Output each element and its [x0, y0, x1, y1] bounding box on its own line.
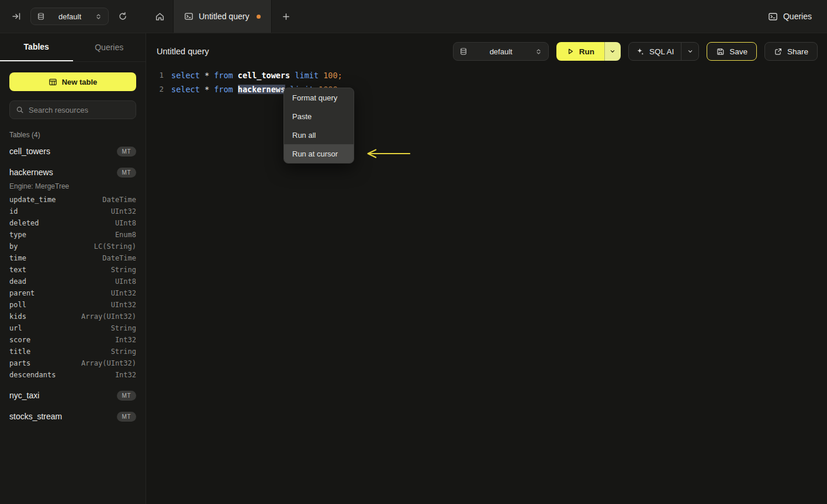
column-name: descendants — [9, 369, 56, 381]
menu-item-format-query[interactable]: Format query — [284, 88, 354, 107]
column-row: textString — [0, 264, 146, 276]
editor-database-selector[interactable]: default — [453, 42, 549, 61]
tab-label: Untitled query — [199, 12, 249, 21]
table-item-stocks_stream[interactable]: stocks_streamMT — [0, 406, 146, 426]
menu-item-run-at-cursor[interactable]: Run at cursor — [284, 144, 354, 163]
sidebar: Tables Queries New table Tables (4) cell… — [0, 33, 146, 504]
column-row: titleString — [0, 346, 146, 357]
column-name: parts — [9, 357, 30, 369]
share-icon — [774, 47, 783, 56]
menu-item-run-all[interactable]: Run all — [284, 126, 354, 144]
column-name: deleted — [9, 217, 39, 229]
sidebar-tab-tables[interactable]: Tables — [0, 33, 73, 61]
table-name: stocks_stream — [9, 412, 62, 421]
code-text: select * from cell_towers limit 100; — [164, 68, 342, 82]
save-button[interactable]: Save — [707, 42, 757, 61]
column-type: UInt8 — [115, 217, 136, 229]
column-type: Array(UInt32) — [81, 357, 136, 369]
column-name: dead — [9, 276, 26, 287]
new-table-button[interactable]: New table — [9, 72, 136, 91]
search-box[interactable] — [9, 100, 136, 119]
table-item-nyc_taxi[interactable]: nyc_taxiMT — [0, 385, 146, 405]
column-row: urlString — [0, 322, 146, 334]
search-icon — [16, 106, 24, 114]
code-line[interactable]: 2select * from hackernews limit 1000 — [146, 82, 827, 96]
context-menu: Format queryPasteRun allRun at cursor — [283, 88, 354, 164]
home-icon — [155, 12, 165, 22]
column-row: parentUInt32 — [0, 287, 146, 299]
menu-item-paste[interactable]: Paste — [284, 107, 354, 126]
tabstrip: Untitled query — [146, 0, 300, 33]
sql-ai-button[interactable]: SQL AI — [629, 43, 681, 60]
engine-badge: MT — [117, 412, 136, 422]
chevron-down-icon — [609, 48, 616, 55]
home-button[interactable] — [146, 0, 173, 33]
tables-list: cell_towersMThackernewsMTEngine: MergeTr… — [0, 140, 146, 426]
queries-label: Queries — [783, 12, 812, 21]
sidebar-tabs: Tables Queries — [0, 33, 146, 62]
database-icon — [37, 12, 45, 20]
updown-chevrons-icon — [95, 13, 102, 20]
column-row: kidsArray(UInt32) — [0, 311, 146, 322]
line-number: 2 — [146, 82, 164, 96]
column-type: Enum8 — [115, 229, 136, 241]
unsaved-changes-dot — [257, 15, 261, 19]
play-icon — [566, 47, 575, 55]
sql-editor[interactable]: 1select * from cell_towers limit 100;2se… — [146, 62, 827, 96]
collapse-sidebar-icon — [12, 12, 21, 21]
save-label: Save — [729, 47, 748, 56]
refresh-button[interactable] — [116, 9, 130, 23]
queries-icon — [768, 12, 778, 22]
content: Tables Queries New table Tables (4) cell… — [0, 33, 827, 504]
share-label: Share — [787, 47, 808, 56]
database-icon — [459, 47, 468, 55]
tables-section-label: Tables (4) — [9, 131, 136, 139]
column-type: DateTime — [102, 252, 136, 264]
column-type: UInt32 — [111, 299, 136, 311]
app-root: default Untitled query — [0, 0, 827, 504]
topbar-right: Queries — [768, 0, 827, 33]
column-type: UInt32 — [111, 287, 136, 299]
topbar-database-selector[interactable]: default — [30, 8, 109, 25]
collapse-sidebar-button[interactable] — [9, 9, 23, 23]
editor-lines: 1select * from cell_towers limit 100;2se… — [146, 68, 827, 96]
column-type: String — [111, 264, 136, 276]
column-name: score — [9, 334, 30, 346]
editor-database-value: default — [490, 47, 513, 56]
sql-ai-options-button[interactable] — [681, 43, 698, 60]
column-name: kids — [9, 311, 26, 322]
new-tab-button[interactable] — [272, 0, 300, 33]
column-row: timeDateTime — [0, 252, 146, 264]
column-row: partsArray(UInt32) — [0, 357, 146, 369]
run-button[interactable]: Run — [556, 42, 604, 61]
code-line[interactable]: 1select * from cell_towers limit 100; — [146, 68, 827, 82]
search-resources-input[interactable] — [29, 106, 132, 114]
tab-untitled-query[interactable]: Untitled query — [173, 0, 272, 33]
column-type: LC(String) — [94, 241, 136, 252]
column-row: idUInt32 — [0, 206, 146, 217]
column-type: Int32 — [115, 334, 136, 346]
column-type: DateTime — [102, 194, 136, 206]
main-area: Untitled query default — [146, 33, 827, 504]
share-button[interactable]: Share — [764, 42, 818, 61]
column-type: Array(UInt32) — [81, 311, 136, 322]
engine-label: Engine: MergeTree — [0, 182, 146, 194]
column-row: deadUInt8 — [0, 276, 146, 287]
column-name: id — [9, 206, 18, 217]
column-name: time — [9, 252, 26, 264]
column-row: update_timeDateTime — [0, 194, 146, 206]
sql-ai-label: SQL AI — [649, 47, 674, 56]
new-table-label: New table — [62, 78, 98, 86]
column-row: typeEnum8 — [0, 229, 146, 241]
sidebar-tab-queries[interactable]: Queries — [73, 33, 146, 61]
column-type: String — [111, 322, 136, 334]
column-name: update_time — [9, 194, 56, 206]
annotation-arrow — [362, 148, 411, 159]
queries-button[interactable]: Queries — [768, 12, 812, 22]
run-options-button[interactable] — [604, 42, 621, 61]
table-name: cell_towers — [9, 147, 50, 156]
column-type: Int32 — [115, 369, 136, 381]
table-item-cell_towers[interactable]: cell_towersMT — [0, 141, 146, 161]
table-item-hackernews[interactable]: hackernewsMT — [0, 162, 146, 182]
line-number: 1 — [146, 68, 164, 82]
